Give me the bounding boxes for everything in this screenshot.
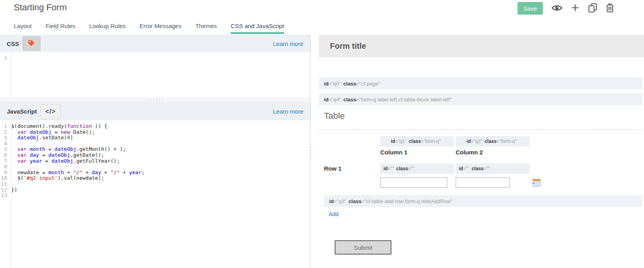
table-label-spacer	[324, 177, 380, 179]
code-text: var month = dateObj.getMonth() + 1;	[10, 146, 126, 152]
code-line: 10 $('#q2 input').val(newdate);	[0, 175, 310, 181]
element-id-bar-row1-cell1: id=""class=""	[380, 163, 454, 174]
plus-icon	[571, 4, 579, 13]
save-button[interactable]: Save	[518, 2, 543, 15]
row-1-label: Row 1	[324, 163, 380, 172]
add-button[interactable]	[571, 4, 579, 13]
attr-name: id	[324, 97, 329, 103]
code-text	[10, 141, 14, 147]
element-id-bar-q0: id="q0"class="cf-page"	[319, 78, 642, 89]
code-line: 4	[0, 141, 310, 147]
css-panel-label: CSS	[7, 40, 19, 47]
attr-name: id	[383, 166, 388, 171]
line-number: 11	[0, 181, 10, 187]
datepicker-button[interactable]	[533, 179, 540, 188]
tag-icon	[27, 39, 36, 49]
code-line: 11	[0, 181, 310, 187]
table-question-heading: Table	[324, 111, 642, 121]
attr-value: =""	[408, 166, 414, 171]
attr-value: =""	[463, 166, 470, 171]
code-line: 1$(document).ready(function () {	[0, 124, 310, 129]
css-tag-button[interactable]	[23, 36, 40, 51]
tab-layout[interactable]: Layout	[14, 23, 32, 34]
js-code-editor[interactable]: 1$(document).ready(function () {2 var da…	[0, 120, 310, 268]
code-text	[10, 55, 14, 61]
line-number: 4	[0, 141, 10, 147]
attr-value: ="form-q label-left cf-table-block label…	[356, 97, 452, 103]
drag-dot	[156, 100, 157, 101]
attr-name: id	[459, 166, 463, 171]
attr-value: ="q4"	[329, 97, 341, 103]
vertical-resize-handle[interactable]	[310, 35, 313, 268]
table-row-1-inputs	[324, 177, 642, 188]
attr-name: id	[324, 81, 329, 87]
table-question-block: id="q1"class="form-q" id="q2"class="form…	[319, 129, 642, 217]
code-line: 8	[0, 164, 310, 170]
attr-value: ="q3"	[334, 198, 346, 204]
attr-value: ="form-q"	[421, 139, 441, 144]
drag-dot	[148, 100, 149, 101]
drag-handle-dots	[311, 144, 312, 159]
add-row-link[interactable]: Add	[329, 211, 339, 217]
form-title: Form title	[330, 42, 366, 51]
code-line: 2 var dateObj = new Date();	[0, 129, 310, 135]
calendar-icon	[533, 182, 540, 188]
line-number: 7	[0, 158, 10, 164]
form-body: id="q0"class="cf-page" id="q4"class="for…	[319, 78, 644, 255]
code-panels: CSS Learn more 1	[0, 35, 310, 268]
drag-dot	[151, 100, 151, 101]
table-cell-input-2[interactable]	[456, 177, 510, 188]
tab-error-messages[interactable]: Error Messages	[140, 23, 182, 34]
attr-name: id	[329, 198, 334, 204]
tab-css-and-javascript[interactable]: CSS and JavaScript	[231, 23, 284, 34]
code-text: $(document).ready(function () {	[10, 124, 107, 129]
submit-button[interactable]: Submit	[335, 240, 391, 255]
line-number: 3	[0, 135, 10, 141]
code-text: var dateObj = new Date();	[10, 129, 95, 135]
code-icon: </>	[45, 108, 56, 115]
code-line: 12})	[0, 187, 310, 193]
drag-dot	[159, 100, 160, 101]
line-number: 10	[0, 175, 10, 181]
table-row-1-ids: Row 1 id=""class="" id=""class=""	[324, 163, 642, 174]
js-learn-more-link[interactable]: Learn more	[273, 108, 303, 115]
delete-button[interactable]	[606, 3, 614, 14]
tab-lookup-rules[interactable]: Lookup Rules	[89, 23, 126, 34]
js-panel-header: JavaScript </> Learn more	[0, 103, 310, 120]
form-builder-window: Starting Form Save	[0, 0, 644, 268]
code-icon-button[interactable]: </>	[40, 104, 61, 119]
code-line: 13	[0, 193, 310, 199]
css-learn-more-link[interactable]: Learn more	[273, 40, 303, 47]
table-column-labels: Column 1 Column 2	[324, 149, 642, 156]
attr-name: class	[472, 166, 483, 171]
attr-value: ="q2"	[471, 139, 482, 144]
drag-dot	[162, 100, 163, 101]
line-number: 12	[0, 187, 10, 193]
attr-value: ="cf-table-add-row form-q hideAddRow"	[361, 198, 452, 204]
page-title: Starting Form	[14, 2, 67, 13]
attr-value: ="cf-page"	[356, 81, 380, 87]
line-number: 1	[0, 124, 10, 129]
table-cell-input-1[interactable]	[380, 177, 447, 188]
attr-value: =""	[388, 166, 394, 171]
line-number: 6	[0, 152, 10, 158]
tab-bar: LayoutField RulesLookup RulesError Messa…	[14, 23, 284, 34]
preview-button[interactable]	[552, 4, 562, 13]
code-text	[10, 193, 14, 199]
form-title-band: Form title	[319, 35, 644, 57]
eye-icon	[552, 4, 562, 13]
horizontal-resize-handle[interactable]	[0, 98, 310, 103]
table-label-spacer	[324, 149, 380, 150]
main-split: CSS Learn more 1	[0, 35, 644, 268]
tab-themes[interactable]: Themes	[196, 23, 217, 34]
attr-name: class	[396, 166, 408, 171]
tab-field-rules[interactable]: Field Rules	[46, 23, 75, 34]
element-id-bar-q1: id="q1"class="form-q"	[380, 136, 454, 146]
duplicate-button[interactable]	[588, 3, 597, 14]
element-id-bar-row1-cell2: id=""class=""	[456, 163, 530, 174]
form-preview-panel: Form title id="q0"class="cf-page" id="q4…	[313, 35, 644, 268]
code-line: 7 var year = dateObj.getFullYear();	[0, 158, 310, 164]
code-text: $('#q2 input').val(newdate);	[10, 175, 104, 181]
css-code-editor[interactable]: 1	[0, 52, 310, 98]
drag-dot	[153, 100, 154, 101]
